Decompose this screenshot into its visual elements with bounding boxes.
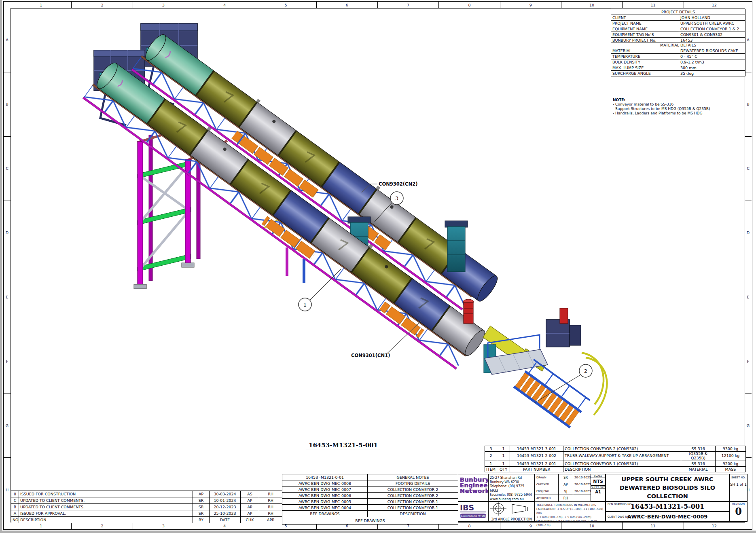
col-label-6: 6 — [317, 2, 378, 8]
table-cell: AP — [241, 497, 259, 504]
table-cell: 35 deg — [679, 71, 745, 76]
address-line: www.buneng.com.au — [490, 497, 533, 502]
table-cell: AP — [559, 481, 573, 488]
table-cell: MASS — [716, 466, 746, 472]
revision-value: 0 — [730, 506, 747, 518]
table-cell: COLLECTION CONVEYOR-2 — [368, 486, 458, 493]
table-cell: 9300 kg — [716, 446, 746, 452]
row-label-F: F — [4, 329, 11, 393]
notes-title: NOTE: — [613, 98, 710, 102]
table-cell: 30-03-2024 — [210, 491, 241, 497]
table-cell: COLLECTION CONVEYOR-1 (CON9301) — [563, 461, 681, 466]
tolerance-line: ± 2 mm (500~1m), ± 5 mm (5m~20m) — [536, 515, 604, 519]
table-cell: DEWATERED BIOSOLIDS CAKE — [679, 48, 745, 54]
table-cell: SR — [193, 510, 210, 517]
sheet-no-box: SHEET NO. SH 1 of 1 — [729, 474, 748, 501]
table-cell: 20-10-2023 — [573, 474, 591, 481]
tolerance-line: TOLERANCE : DIMENSIONS IN MILLIMETERS — [536, 503, 604, 507]
client-dwg-label: CLIENT DWG NO. — [608, 515, 630, 518]
col-label-10: 10 — [561, 2, 623, 8]
drawing-title-line: UPPER SOUTH CREEK AWRC — [606, 475, 729, 484]
table-cell: APP — [259, 517, 282, 523]
table-cell: ITEM — [485, 466, 497, 472]
row-label-E: E — [4, 265, 11, 330]
table-cell: 0.9-1.2 t/m3 — [679, 59, 745, 65]
table-cell: AWRC-BEN-DWG-MEC-0006 — [282, 493, 368, 499]
table-cell: 20-12-2023 — [210, 504, 241, 510]
table-cell: 1 — [497, 446, 510, 452]
table-cell: 10-01-2024 — [210, 497, 241, 504]
company-logo: Bunbury Engineering Network — [458, 474, 488, 501]
table-cell: TRUSS,WALKWAY,SUPPORT & TAKE UP ARRANGEM… — [563, 452, 681, 461]
col-label-9: 9 — [500, 2, 561, 8]
table-title: MATERIAL DETAILS — [611, 42, 745, 48]
table-cell: AP — [241, 510, 259, 517]
table-cell: 16453-M1321-3-001 — [510, 446, 563, 452]
sheet-size-label: SHEET SIZE — [591, 486, 605, 489]
table-cell: APPROVED — [535, 495, 559, 502]
table-cell: CHECKED — [535, 481, 559, 488]
row-label-A: A — [745, 8, 752, 72]
address-line: Bunbury WA 6230 — [490, 480, 533, 485]
ben-dwg-label: BEN DRAWING NO. — [608, 503, 632, 506]
table-cell: NO. — [11, 517, 19, 523]
ruler-left: ABCDEFGH — [4, 8, 11, 522]
table-cell: AWRC-BEN-DWG-MEC-0008 — [282, 480, 368, 486]
table-cell: COLLECTION CONVEYOR-2 — [368, 493, 458, 499]
table-cell: PROJ ENG — [535, 488, 559, 495]
drawing-title: UPPER SOUTH CREEK AWRC DEWATERED BIOSOLI… — [606, 474, 729, 501]
address-line: Facsimile: (08) 9725 6944 — [490, 493, 533, 497]
table-cell: SR — [193, 504, 210, 510]
table-cell: TEMPERATURE — [611, 54, 679, 59]
table-cell: ISSUED FOR APPROVAL. — [19, 510, 193, 517]
company-logo-line: Network — [460, 488, 486, 494]
row-label-C: C — [745, 137, 752, 201]
table-cell: AWRC-BEN-DWG-MEC-0005 — [282, 499, 368, 505]
table-cell: 25-10-2023 — [210, 510, 241, 517]
row-label-F: F — [745, 329, 752, 393]
col-label-7: 7 — [378, 2, 439, 8]
table-cell: AWRC-BEN-DWG-MEC-0004 — [282, 505, 368, 511]
approvals-table: DRAWNSR20-10-2023CHECKEDAP20-10-2023PROJ… — [535, 474, 591, 502]
table-cell: ISSUED FOR CONSTRUCTION — [19, 491, 193, 497]
material-details-table: MATERIAL DETAILSMATERIALDEWATERED BIOSOL… — [611, 42, 745, 76]
revision-box: REVISION 0 — [729, 501, 748, 522]
table-cell: MAX. LUMP SIZE — [611, 65, 679, 71]
ruler-top: 123456789101112 — [11, 2, 745, 8]
table-cell: B — [11, 504, 19, 510]
table-cell: DESCRIPTION — [563, 466, 681, 472]
ibs-logo-text: IBS_ — [460, 503, 486, 512]
table-cell: 16453 -M1321-0-01 — [282, 474, 368, 480]
row-label-H: H — [4, 458, 11, 522]
col-label-11: 11 — [623, 522, 684, 529]
row-label-C: C — [4, 137, 11, 201]
table-footer: REF DRAWINGS — [282, 517, 458, 525]
table-cell: AS — [241, 491, 259, 497]
table-cell: JOHN HOLLAND — [679, 15, 745, 21]
table-cell: FOOTING DETAILS — [368, 480, 458, 486]
sheet-size-value: A1 — [591, 489, 605, 495]
col-label-4: 4 — [194, 2, 255, 8]
table-cell: AP — [193, 491, 210, 497]
table-cell: (Q355B & Q235B) — [681, 452, 716, 461]
row-label-D: D — [745, 201, 752, 265]
table-cell: PART NUMBER — [510, 466, 563, 472]
table-cell: AP — [241, 504, 259, 510]
scale-label: SCALE — [591, 474, 605, 478]
scale-value: NTS — [591, 478, 605, 486]
table-cell: DATE — [210, 517, 241, 523]
table-cell: UPPER SOUTH CREEK AWRC — [679, 21, 745, 26]
table-cell: RH — [259, 497, 282, 504]
bom-table: 3116453-M1321-3-001COLLECTION CONVEYOR-2… — [485, 446, 746, 472]
table-cell: 16453-M1321-2-001 — [510, 461, 563, 466]
table-cell: COLLECTION CONVEYOR-1 — [368, 499, 458, 505]
table-cell: SR — [193, 497, 210, 504]
table-cell: REF DRAWINGS — [282, 511, 368, 517]
company-logo-line: Engineering — [460, 482, 486, 488]
table-cell: 1 — [485, 461, 497, 466]
table-cell: 300 mm — [679, 65, 745, 71]
col-label-4: 4 — [194, 522, 255, 529]
third-angle-projection-icon — [489, 502, 534, 516]
row-label-A: A — [4, 8, 11, 72]
tolerance-line: MACHINING : ± 0.10 mm UP TO 200, ± 0.20 … — [536, 519, 604, 527]
